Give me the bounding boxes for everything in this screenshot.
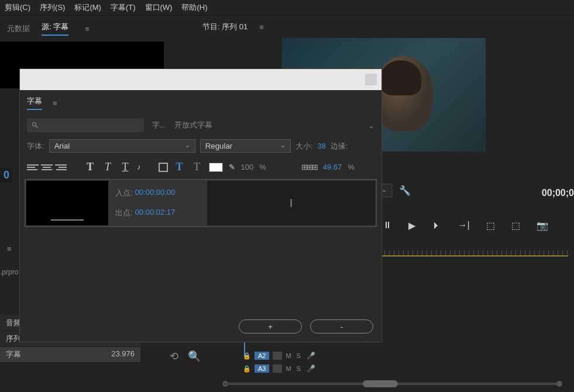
scroll-thumb[interactable]	[363, 380, 398, 387]
svg-point-0	[33, 123, 36, 126]
edge-label: 边缘:	[331, 141, 348, 152]
align-left-button[interactable]	[27, 161, 39, 173]
subtitle-panel-title: 字幕	[27, 96, 42, 110]
next-edit-button[interactable]: →|	[458, 220, 469, 231]
align-right-button[interactable]	[55, 161, 67, 173]
font-label: 字体:	[27, 141, 44, 152]
pause-button[interactable]: ⏸	[383, 220, 392, 231]
track-label-a2[interactable]: A2	[255, 352, 269, 360]
insert-button[interactable]: ⬚	[486, 220, 495, 231]
opacity-value[interactable]: 100	[241, 163, 254, 171]
tab-metadata[interactable]: 元数据	[7, 23, 30, 34]
menu-edit[interactable]: 剪辑(C)	[5, 2, 30, 13]
position-grid-icon[interactable]: ⊞⊞⊞	[301, 163, 317, 171]
program-menu-icon[interactable]: ≡	[259, 23, 264, 32]
step-fwd-button[interactable]: ⏵	[432, 220, 441, 231]
svg-line-1	[36, 126, 38, 128]
subtitle-editor-panel: 字幕 ≡ 字... 开放式字幕 ⌄ 字体: Arial Regular 大小: …	[19, 68, 382, 342]
sync-lock-icon[interactable]	[273, 352, 282, 360]
font-select[interactable]: Arial	[49, 139, 195, 153]
search-input[interactable]	[27, 118, 144, 132]
bin-row-subtitle[interactable]: 字幕23.976	[0, 347, 140, 363]
voice-over-icon[interactable]: 🎤	[307, 365, 315, 373]
lock-icon[interactable]: 🔒	[243, 365, 251, 373]
position-value[interactable]: 49.67	[323, 163, 342, 171]
italic-button[interactable]: T	[102, 161, 114, 173]
text-color-button[interactable]: T	[174, 161, 185, 173]
wrench-icon[interactable]: 🔧	[399, 185, 411, 196]
music-note-icon[interactable]: ♪	[137, 163, 141, 171]
solo-button[interactable]: S	[296, 365, 303, 372]
caption-text-input[interactable]: I	[207, 181, 375, 225]
mute-button[interactable]: M	[286, 365, 293, 372]
underline-button[interactable]: T	[119, 161, 131, 173]
scroll-end-right[interactable]	[556, 381, 562, 387]
subtitle-panel-menu-icon[interactable]: ≡	[53, 99, 57, 108]
close-icon[interactable]	[365, 74, 377, 85]
text-cursor-icon: I	[290, 197, 293, 210]
overwrite-button[interactable]: ⬚	[511, 220, 520, 231]
remove-caption-button[interactable]: -	[310, 319, 373, 333]
project-file-ext: .prpro	[0, 268, 18, 276]
text-outline-button[interactable]: T	[191, 161, 203, 173]
add-caption-button[interactable]: +	[239, 319, 302, 333]
panel-menu-icon[interactable]: ≡	[85, 25, 90, 33]
in-point-label: 入点:	[115, 188, 133, 198]
menu-sequence[interactable]: 序列(S)	[40, 2, 65, 13]
background-box-button[interactable]	[159, 163, 168, 172]
mute-button[interactable]: M	[286, 352, 293, 359]
align-center-button[interactable]	[41, 161, 53, 173]
program-title: 节目: 序列 01	[202, 22, 248, 32]
opacity-pct: %	[259, 163, 266, 171]
size-value[interactable]: 38	[317, 142, 325, 150]
track-headers: 🔒 A2 M S 🎤 🔒 A3 M S 🎤	[243, 350, 315, 374]
voice-over-icon[interactable]: 🎤	[307, 352, 315, 360]
out-point-label: 出点:	[115, 208, 133, 218]
caption-type-value[interactable]: 开放式字幕	[174, 120, 212, 130]
source-timecode: 0	[0, 168, 13, 183]
bold-button[interactable]: T	[84, 161, 96, 173]
subtitle-titlebar[interactable]	[20, 69, 381, 90]
position-pct: %	[348, 163, 355, 171]
eyedropper-icon[interactable]: ✎	[229, 163, 235, 171]
menu-subtitle[interactable]: 字幕(T)	[111, 2, 136, 13]
caption-entry-row[interactable]: 入点: 00:00:00:00 出点: 00:00:02:17 I	[25, 179, 377, 227]
size-label: 大小:	[295, 141, 313, 152]
chevron-down-icon[interactable]: ⌄	[368, 121, 374, 130]
caption-type-label: 字...	[152, 120, 166, 130]
weight-select[interactable]: Regular	[200, 139, 291, 153]
search-icon	[32, 122, 39, 129]
edit-tool-icon[interactable]: ⟲	[170, 350, 178, 363]
solo-button[interactable]: S	[296, 352, 303, 359]
timeline-scrollbar[interactable]	[222, 380, 562, 387]
menu-help[interactable]: 帮助(H)	[181, 2, 207, 13]
export-frame-button[interactable]: 📷	[537, 220, 548, 231]
fill-color-swatch[interactable]	[209, 163, 223, 172]
track-label-a3[interactable]: A3	[255, 365, 269, 373]
in-point-value[interactable]: 00:00:00:00	[135, 188, 176, 198]
menu-bar: 剪辑(C) 序列(S) 标记(M) 字幕(T) 窗口(W) 帮助(H)	[0, 0, 574, 16]
project-panel-menu-icon[interactable]: ≡	[7, 245, 12, 253]
menu-marker[interactable]: 标记(M)	[74, 2, 101, 13]
program-timecode: 00;00;0	[542, 188, 574, 198]
menu-window[interactable]: 窗口(W)	[145, 2, 173, 13]
caption-thumbnail[interactable]	[26, 181, 108, 225]
sync-lock-icon[interactable]	[273, 365, 282, 373]
zoom-tool-icon[interactable]: 🔍	[188, 350, 201, 363]
play-button[interactable]: ▶	[408, 220, 415, 231]
tab-source[interactable]: 源: 字幕	[42, 22, 68, 36]
out-point-value[interactable]: 00:00:02:17	[135, 208, 176, 218]
lock-icon[interactable]: 🔒	[243, 352, 251, 360]
